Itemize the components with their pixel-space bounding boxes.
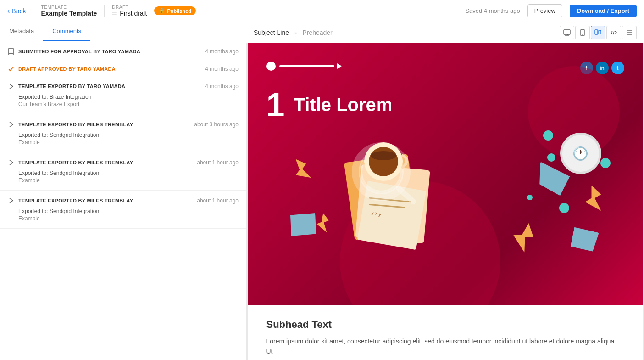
split-view-button[interactable] xyxy=(591,26,605,39)
activity-header: TEMPLATE EXPORTED BY MILES TREMBLAY abou… xyxy=(0,114,246,132)
activity-header: SUBMITTED FOR APPROVAL BY TARO YAMADA 4 … xyxy=(0,41,246,59)
main-illustration: x > y xyxy=(294,130,468,259)
body-text: Lorem ipsum dolor sit amet, consectetur … xyxy=(266,336,624,357)
email-preview: f in t 1 Title Lorem xyxy=(246,43,644,360)
list-item: DRAFT APPROVED BY TARO YAMADA 4 months a… xyxy=(0,59,246,76)
export-arrow-icon xyxy=(7,121,15,128)
activity-time: about 1 hour ago xyxy=(197,159,239,166)
dot-decoration xyxy=(527,195,533,200)
mobile-view-button[interactable] xyxy=(575,26,590,39)
main-content: Metadata Comments SUBMITTED FOR APPROVAL… xyxy=(0,22,644,360)
preheader-text: Preheader xyxy=(302,29,332,36)
activity-time: 4 months ago xyxy=(205,83,239,90)
logo-line xyxy=(279,65,334,67)
svg-point-23 xyxy=(371,151,396,160)
preview-button[interactable]: Preview xyxy=(527,4,562,17)
dot-decoration xyxy=(547,153,555,162)
subhead-text: Subhead Text xyxy=(266,319,624,331)
activity-title: TEMPLATE EXPORTED BY MILES TREMBLAY xyxy=(18,198,133,203)
draft-name: ☰ First draft xyxy=(112,10,147,17)
activity-list: SUBMITTED FOR APPROVAL BY TARO YAMADA 4 … xyxy=(0,41,246,360)
detail-sub: Our Team's Braze Export xyxy=(18,101,239,107)
draft-label: DRAFT xyxy=(112,5,147,10)
email-hero: f in t 1 Title Lorem xyxy=(248,43,643,305)
export-arrow-icon xyxy=(7,159,15,166)
subject-line: Subject Line xyxy=(254,29,289,36)
svg-point-5 xyxy=(582,34,583,35)
list-item: SUBMITTED FOR APPROVAL BY TARO YAMADA 4 … xyxy=(0,41,246,59)
left-panel: Metadata Comments SUBMITTED FOR APPROVAL… xyxy=(0,22,246,360)
email-content: f in t 1 Title Lorem xyxy=(248,43,643,360)
svg-rect-7 xyxy=(599,30,601,34)
shape-decoration xyxy=(569,226,599,253)
back-label: Back xyxy=(11,7,26,15)
tab-comments[interactable]: Comments xyxy=(43,22,90,41)
detail-sub: Example xyxy=(18,177,239,184)
svg-rect-6 xyxy=(595,30,598,34)
activity-title-approved: DRAFT APPROVED BY TARO YAMADA xyxy=(18,66,116,72)
activity-detail: Exported to: Braze Integration Our Team'… xyxy=(0,94,246,114)
bolt-icon xyxy=(585,186,601,211)
dot-decoration xyxy=(559,203,569,213)
template-label: TEMPLATE xyxy=(41,5,97,10)
back-arrow-icon: ‹ xyxy=(7,7,10,15)
subject-separator: - xyxy=(294,28,297,37)
activity-detail: Exported to: Sendgrid Integration Exampl… xyxy=(0,208,246,229)
tab-bar: Metadata Comments xyxy=(0,22,246,41)
list-item: TEMPLATE EXPORTED BY MILES TREMBLAY abou… xyxy=(0,152,246,191)
right-panel: Subject Line - Preheader xyxy=(246,22,644,360)
detail-sub: Example xyxy=(18,215,239,222)
hero-illustration: x > y xyxy=(266,130,624,268)
tab-metadata[interactable]: Metadata xyxy=(0,22,43,41)
activity-time: about 3 hours ago xyxy=(194,121,239,128)
activity-header: DRAFT APPROVED BY TARO YAMADA 4 months a… xyxy=(0,59,246,76)
detail-label: Exported to: Sendgrid Integration xyxy=(18,132,239,138)
code-view-button[interactable] xyxy=(606,26,621,39)
download-export-button[interactable]: Download / Export xyxy=(570,5,637,17)
clock-icon: 🕐 xyxy=(560,133,601,174)
back-button[interactable]: ‹ Back xyxy=(7,7,26,15)
preview-header: Subject Line - Preheader xyxy=(246,22,644,43)
activity-time: 4 months ago xyxy=(205,66,239,72)
activity-title: SUBMITTED FOR APPROVAL BY TARO YAMADA xyxy=(18,49,140,54)
draft-info: DRAFT ☰ First draft xyxy=(104,5,147,17)
view-mode-buttons xyxy=(560,26,637,39)
twitter-icon: t xyxy=(611,62,624,74)
top-bar: ‹ Back TEMPLATE Example Template DRAFT ☰… xyxy=(0,0,644,22)
list-item: TEMPLATE EXPORTED BY MILES TREMBLAY abou… xyxy=(0,114,246,152)
desktop-view-button[interactable] xyxy=(560,26,574,39)
detail-label: Exported to: Sendgrid Integration xyxy=(18,170,239,176)
teal-dot xyxy=(543,130,553,141)
hero-logo xyxy=(266,62,342,71)
template-name: Example Template xyxy=(41,10,97,17)
logo-circle xyxy=(266,62,276,71)
list-view-button[interactable] xyxy=(622,26,637,39)
activity-detail: Exported to: Sendgrid Integration Exampl… xyxy=(0,170,246,191)
activity-detail: Exported to: Sendgrid Integration Exampl… xyxy=(0,132,246,152)
export-arrow-icon xyxy=(7,197,15,204)
hero-number: 1 xyxy=(266,88,285,121)
published-label: Published xyxy=(167,8,191,14)
activity-time: about 1 hour ago xyxy=(197,197,239,204)
template-info: TEMPLATE Example Template xyxy=(33,5,97,17)
list-item: TEMPLATE EXPORTED BY TARO YAMADA 4 month… xyxy=(0,76,246,114)
activity-header: TEMPLATE EXPORTED BY MILES TREMBLAY abou… xyxy=(0,191,246,208)
activity-title: TEMPLATE EXPORTED BY TARO YAMADA xyxy=(18,84,125,89)
logo-arrow xyxy=(337,63,342,69)
activity-title: TEMPLATE EXPORTED BY MILES TREMBLAY xyxy=(18,160,133,165)
activity-time: 4 months ago xyxy=(205,48,239,55)
svg-rect-0 xyxy=(564,30,570,34)
list-item: TEMPLATE EXPORTED BY MILES TREMBLAY abou… xyxy=(0,191,246,229)
detail-sub: Example xyxy=(18,139,239,146)
activity-header: TEMPLATE EXPORTED BY MILES TREMBLAY abou… xyxy=(0,152,246,170)
svg-line-8 xyxy=(613,31,614,34)
saved-text: Saved 4 months ago xyxy=(465,7,520,14)
export-arrow-icon xyxy=(7,83,15,90)
bookmark-icon xyxy=(7,48,15,55)
detail-label: Exported to: Braze Integration xyxy=(18,94,239,100)
list-icon: ☰ xyxy=(112,10,117,17)
hero-title: Title Lorem xyxy=(294,95,393,115)
published-badge: 🔒 Published xyxy=(154,6,196,15)
activity-title: TEMPLATE EXPORTED BY MILES TREMBLAY xyxy=(18,122,133,127)
bolt-icon xyxy=(508,219,538,253)
